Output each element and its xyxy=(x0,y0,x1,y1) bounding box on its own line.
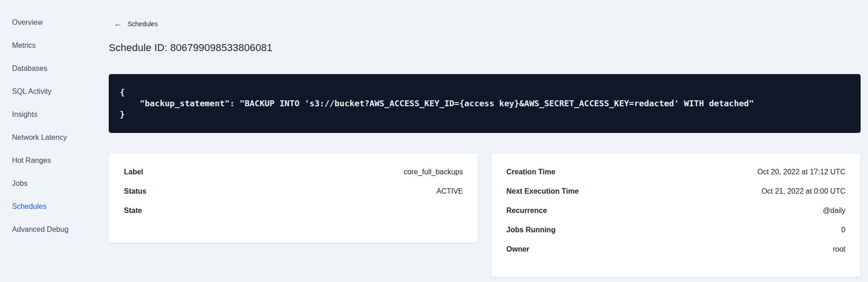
detail-row-creation-time: Creation Time Oct 20, 2022 at 17:12 UTC xyxy=(506,162,845,182)
sidebar-item-advanced-debug[interactable]: Advanced Debug xyxy=(0,218,109,241)
detail-label: Status xyxy=(124,187,147,196)
sidebar-item-network-latency[interactable]: Network Latency xyxy=(0,126,109,149)
backup-statement-code-block: { "backup_statement": "BACKUP INTO 's3:/… xyxy=(109,74,861,133)
sidebar-item-metrics[interactable]: Metrics xyxy=(0,34,109,57)
sidebar-item-databases[interactable]: Databases xyxy=(0,57,109,80)
detail-cards-row: Label core_full_backups Status ACTIVE St… xyxy=(109,153,861,277)
sidebar-item-sql-activity[interactable]: SQL Activity xyxy=(0,80,109,103)
page-title: Schedule ID: 806799098533806081 xyxy=(109,42,861,54)
detail-value: Oct 20, 2022 at 17:12 UTC xyxy=(757,168,845,176)
detail-value: Oct 21, 2022 at 0:00 UTC xyxy=(762,187,845,196)
detail-value: root xyxy=(833,245,845,253)
main-content: ← Schedules Schedule ID: 806799098533806… xyxy=(109,0,861,277)
detail-value: core_full_backups xyxy=(404,168,463,176)
back-arrow-icon: ← xyxy=(114,20,122,28)
code-line: { xyxy=(120,87,850,98)
detail-row-status: Status ACTIVE xyxy=(124,182,463,201)
detail-label: State xyxy=(124,207,142,215)
detail-value: ACTIVE xyxy=(436,187,463,196)
detail-row-label: Label core_full_backups xyxy=(124,162,463,182)
back-link[interactable]: ← Schedules xyxy=(109,20,158,28)
detail-label: Next Execution Time xyxy=(506,187,579,196)
detail-label: Label xyxy=(124,168,143,176)
sidebar-item-hot-ranges[interactable]: Hot Ranges xyxy=(0,149,109,172)
detail-row-state: State xyxy=(124,201,463,220)
sidebar-item-schedules[interactable]: Schedules xyxy=(0,195,109,218)
sidebar: Overview Metrics Databases SQL Activity … xyxy=(0,0,109,282)
detail-row-next-execution-time: Next Execution Time Oct 21, 2022 at 0:00… xyxy=(506,182,845,201)
sidebar-item-overview[interactable]: Overview xyxy=(0,11,109,34)
code-line: } xyxy=(120,109,850,120)
back-link-label: Schedules xyxy=(128,20,158,28)
sidebar-item-insights[interactable]: Insights xyxy=(0,103,109,126)
detail-label: Creation Time xyxy=(506,168,555,176)
schedule-info-card: Label core_full_backups Status ACTIVE St… xyxy=(109,153,478,243)
detail-row-owner: Owner root xyxy=(506,240,845,259)
detail-label: Owner xyxy=(506,245,529,253)
detail-label: Jobs Running xyxy=(506,226,556,234)
detail-row-recurrence: Recurrence @daily xyxy=(506,201,845,220)
code-line: "backup_statement": "BACKUP INTO 's3://b… xyxy=(120,98,850,109)
detail-value: @daily xyxy=(823,207,845,215)
detail-label: Recurrence xyxy=(506,207,547,215)
schedule-timing-card: Creation Time Oct 20, 2022 at 17:12 UTC … xyxy=(491,153,861,277)
schedule-details-page: Overview Metrics Databases SQL Activity … xyxy=(0,0,868,282)
detail-row-jobs-running: Jobs Running 0 xyxy=(506,220,845,240)
detail-value: 0 xyxy=(841,226,845,234)
sidebar-item-jobs[interactable]: Jobs xyxy=(0,172,109,195)
